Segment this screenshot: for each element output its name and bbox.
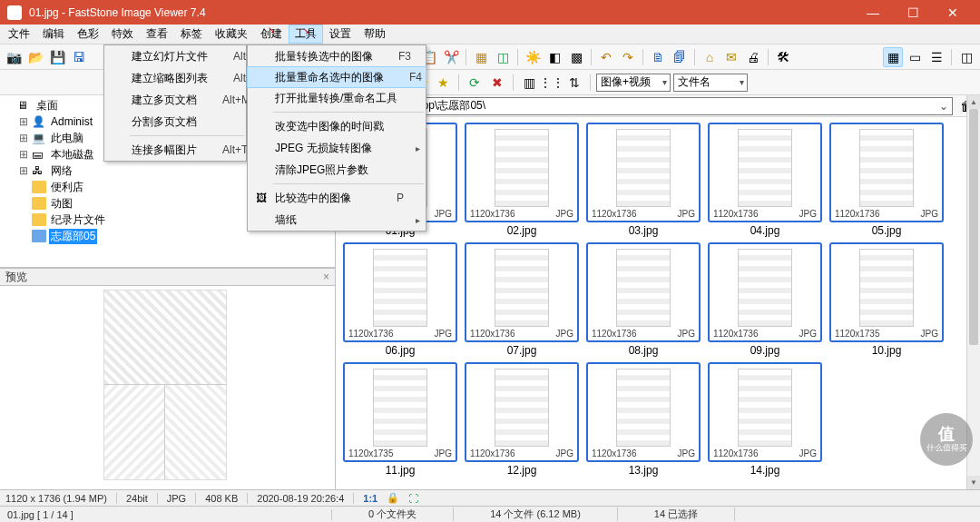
thumbnail[interactable]: 1120x1736JPG07.jpg: [465, 242, 579, 357]
preview-close-icon[interactable]: ×: [323, 271, 329, 283]
thumb-name: 07.jpg: [507, 344, 537, 357]
zoom-lock-icon[interactable]: 🔒: [387, 492, 399, 504]
nav-stop-icon[interactable]: ✖: [487, 73, 507, 93]
thumbnail-box: 1120x1736JPG: [829, 123, 944, 222]
menu-tags[interactable]: 标签: [174, 25, 209, 44]
menu-item-label: 批量转换选中的图像: [275, 49, 373, 64]
menu-favorites[interactable]: 收藏夹: [209, 25, 254, 44]
menu-item[interactable]: 墙纸: [248, 209, 426, 231]
thumb-fmt: JPG: [921, 209, 938, 219]
tool-slideshow-icon[interactable]: ▦: [471, 47, 491, 67]
menu-effects[interactable]: 特效: [105, 25, 140, 44]
thumb-name: 14.jpg: [750, 464, 780, 477]
tool-canvas-icon[interactable]: ▩: [566, 47, 586, 67]
menu-item[interactable]: 建立缩略图列表Alt+C: [104, 67, 246, 89]
scroll-down-icon[interactable]: ▼: [967, 476, 980, 489]
expand-icon[interactable]: ⊞: [18, 148, 29, 161]
menu-item[interactable]: 打开批量转换/重命名工具: [248, 87, 426, 109]
thumbnail[interactable]: 1120x1735JPG10.jpg: [829, 242, 944, 357]
preview-header: 预览 ×: [0, 268, 335, 286]
view-thumb-icon[interactable]: ▦: [883, 47, 903, 67]
expand-icon[interactable]: ⊞: [18, 115, 29, 128]
scroll-thumb[interactable]: [969, 109, 978, 345]
nav-fav-icon[interactable]: ★: [433, 73, 453, 93]
menu-item[interactable]: 建立多页文档Alt+M: [104, 89, 246, 111]
tool-mail-icon[interactable]: ✉: [721, 47, 741, 67]
thumbnail[interactable]: 1120x1736JPG13.jpg: [586, 362, 701, 477]
acquire-icon[interactable]: 📷: [4, 47, 24, 67]
address-input[interactable]: ninistrator\Desktop\志愿部05\: [339, 97, 953, 115]
view-list-icon[interactable]: ☰: [926, 47, 946, 67]
thumbnail[interactable]: 1120x1735JPG11.jpg: [343, 362, 457, 477]
menu-item[interactable]: 改变选中图像的时间戳: [248, 115, 426, 137]
tool-rotate-r-icon[interactable]: ↷: [618, 47, 638, 67]
menu-item[interactable]: 清除JPEG照片参数: [248, 159, 426, 181]
tool-settings-icon[interactable]: 🛠: [773, 47, 793, 67]
menu-view[interactable]: 查看: [140, 25, 174, 44]
tool-color-icon[interactable]: ☀️: [523, 47, 543, 67]
menu-edit[interactable]: 编辑: [36, 25, 71, 44]
tool-cut-icon[interactable]: ✂️: [441, 47, 461, 67]
fold-b-icon: [32, 230, 46, 242]
menu-item[interactable]: 批量转换选中的图像F3: [248, 45, 426, 67]
minimize-button[interactable]: —: [853, 0, 893, 25]
tool-scan-icon[interactable]: ⌂: [700, 47, 720, 67]
menu-item-label: 分割多页文档: [132, 114, 197, 130]
menu-tools[interactable]: 工具 ↘: [289, 25, 323, 44]
save-icon[interactable]: 💾: [47, 47, 67, 67]
zoom-fit-icon[interactable]: ⛶: [408, 493, 418, 504]
menu-item-label: 连接多幅图片: [132, 143, 197, 158]
menu-settings[interactable]: 设置: [323, 25, 358, 44]
thumbnail[interactable]: 1120x1736JPG06.jpg: [343, 242, 457, 357]
expand-icon[interactable]: ⊞: [18, 164, 29, 177]
view-dual-icon[interactable]: ◫: [956, 47, 976, 67]
thumbnail[interactable]: 1120x1736JPG12.jpg: [465, 362, 579, 477]
filter-combo-value: 图像+视频: [601, 74, 651, 90]
tree-label: Administ: [49, 115, 94, 128]
nav-refresh-icon[interactable]: ⟳: [465, 73, 485, 93]
filter-combo[interactable]: 图像+视频: [596, 74, 671, 92]
menu-tools-dropdown[interactable]: 批量转换选中的图像F3批量重命名选中的图像F4打开批量转换/重命名工具改变选中图…: [247, 44, 426, 231]
menu-create[interactable]: 创建 ↘: [254, 25, 289, 44]
thumbnail[interactable]: 1120x1736JPG05.jpg: [829, 123, 944, 237]
maximize-button[interactable]: ☐: [893, 0, 933, 25]
open-icon[interactable]: 📂: [25, 47, 45, 67]
sort-combo[interactable]: 文件名: [673, 74, 748, 92]
nav-grid-icon[interactable]: ▥: [519, 73, 539, 93]
thumbnail-grid[interactable]: 1120x1736JPG01.jpg1120x1736JPG02.jpg1120…: [336, 117, 980, 489]
preview-pane[interactable]: [0, 286, 335, 489]
menu-item[interactable]: 分割多页文档: [104, 111, 246, 133]
menu-item[interactable]: 连接多幅图片Alt+T: [104, 139, 246, 161]
thumbnail-info: 1120x1736JPG: [470, 327, 573, 339]
saveas-icon[interactable]: 🖫: [69, 47, 89, 67]
nav-list2-icon[interactable]: ⋮⋮: [542, 73, 562, 93]
menu-file[interactable]: 文件: [2, 25, 36, 44]
menu-item[interactable]: 🖼比较选中的图像P: [248, 187, 426, 209]
menu-color[interactable]: 色彩: [71, 25, 105, 44]
menu-help[interactable]: 帮助: [358, 25, 392, 44]
status-format: JPG: [167, 493, 196, 504]
thumbnail[interactable]: 1120x1736JPG03.jpg: [586, 123, 701, 237]
thumbnail[interactable]: 1120x1736JPG09.jpg: [708, 242, 822, 357]
close-button[interactable]: ✕: [933, 0, 973, 25]
tool-compare-icon[interactable]: ◫: [493, 47, 513, 67]
menu-item[interactable]: JPEG 无损旋转图像: [248, 137, 426, 159]
tool-doc2-icon[interactable]: 🗐: [670, 47, 690, 67]
thumbnail[interactable]: 1120x1736JPG08.jpg: [586, 242, 701, 357]
menu-item[interactable]: 批量重命名选中的图像F4: [247, 66, 426, 88]
tool-rotate-l-icon[interactable]: ↶: [596, 47, 616, 67]
thumbnail[interactable]: 1120x1736JPG02.jpg: [465, 123, 579, 237]
view-full-icon[interactable]: ▭: [905, 47, 925, 67]
nav-sort-icon[interactable]: ⇅: [564, 73, 584, 93]
expand-icon[interactable]: ⊞: [18, 132, 29, 144]
menu-item[interactable]: 建立幻灯片文件Alt+S: [104, 45, 246, 67]
tool-resize-icon[interactable]: ◧: [544, 47, 564, 67]
thumbnail[interactable]: 1120x1736JPG14.jpg: [708, 362, 822, 477]
scroll-up-icon[interactable]: ▲: [967, 95, 980, 109]
menu-item-label: 比较选中的图像: [275, 191, 351, 206]
tool-print-icon[interactable]: 🖨: [743, 47, 763, 67]
menu-create-dropdown[interactable]: 建立幻灯片文件Alt+S建立缩略图列表Alt+C建立多页文档Alt+M分割多页文…: [103, 44, 247, 162]
thumbnail[interactable]: 1120x1736JPG04.jpg: [708, 123, 822, 237]
tool-doc1-icon[interactable]: 🗎: [648, 47, 668, 67]
thumbnail-box: 1120x1736JPG: [586, 362, 701, 462]
